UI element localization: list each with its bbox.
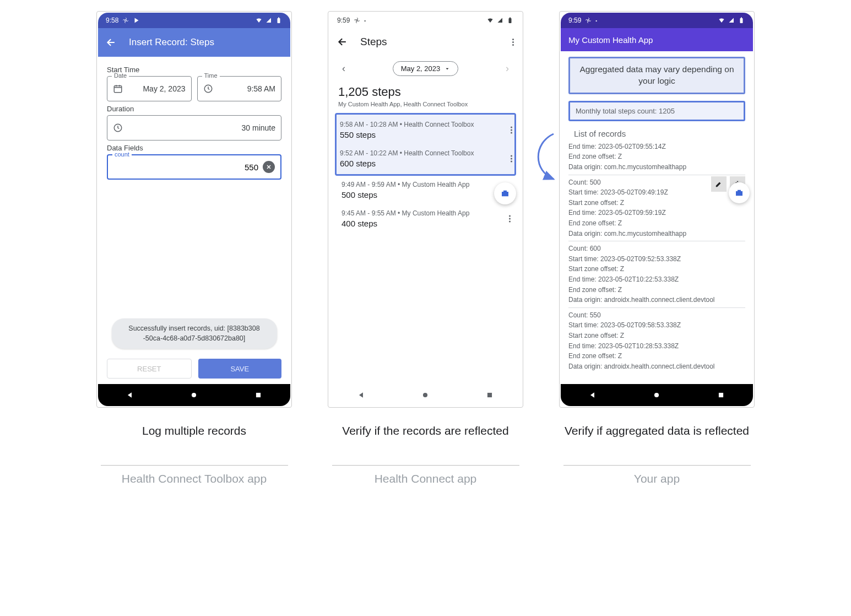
phone-health-connect: 9:59 • Steps ‹ [328, 11, 523, 408]
step-entry[interactable]: 9:49 AM - 9:59 AM • My Custom Health App… [338, 176, 513, 204]
svg-rect-15 [741, 18, 742, 19]
pinwheel-icon [584, 17, 592, 24]
date-field[interactable]: Date May 2, 2023 [107, 76, 192, 101]
date-picker-pill[interactable]: May 2, 2023 [393, 61, 459, 76]
appbar-title: My Custom Health App [568, 35, 653, 45]
nav-back-icon[interactable] [589, 391, 597, 399]
caption-bottom: Health Connect app [375, 471, 477, 487]
count-input[interactable] [113, 163, 258, 172]
nav-home-icon[interactable] [653, 391, 660, 399]
chevron-left-icon[interactable]: ‹ [338, 63, 349, 74]
save-button[interactable]: SAVE [198, 359, 282, 379]
dot-icon: • [364, 18, 366, 23]
time-value: 9:58 AM [213, 84, 276, 93]
step-entry-time: 9:45 AM - 9:55 AM • My Custom Health App [342, 209, 509, 217]
status-time: 9:58 [106, 17, 118, 24]
nav-recent-icon[interactable] [486, 391, 494, 399]
wifi-icon [255, 17, 263, 24]
nav-back-icon[interactable] [126, 391, 134, 399]
toast-message: Successfully insert records, uid: [8383b… [112, 318, 277, 349]
step-entry[interactable]: 9:58 AM - 10:28 AM • Health Connect Tool… [337, 116, 514, 144]
record-field: Data origin: androidx.health.connect.cli… [568, 361, 745, 372]
battery-icon [506, 17, 514, 24]
record-block: Count: 600Start time: 2023-05-02T09:52:5… [568, 241, 745, 305]
record-field: Count: 600 [568, 244, 745, 254]
svg-rect-10 [509, 18, 511, 19]
record-field: Data origin: androidx.health.connect.cli… [568, 295, 745, 305]
nav-home-icon[interactable] [190, 391, 198, 399]
record-field: Start zone offset: Z [568, 198, 745, 208]
edit-button[interactable] [711, 176, 727, 192]
back-arrow-icon[interactable] [106, 37, 117, 48]
signal-icon [265, 17, 273, 24]
record-field: Start time: 2023-05-02T09:58:53.338Z [568, 320, 745, 331]
record-field: Data origin: com.hc.mycustomhealthapp [568, 229, 745, 239]
time-field[interactable]: Time 9:58 AM [197, 76, 282, 101]
reset-button[interactable]: RESET [107, 359, 192, 379]
play-icon [133, 17, 140, 24]
wifi-icon [718, 17, 725, 24]
more-vert-icon[interactable] [509, 215, 511, 223]
svg-rect-9 [509, 18, 512, 23]
nav-home-icon[interactable] [421, 391, 429, 399]
record-field: End zone offset: Z [568, 351, 745, 361]
step-entry[interactable]: 9:52 AM - 10:22 AM • Health Connect Tool… [337, 144, 514, 173]
calendar-icon [113, 84, 123, 94]
svg-rect-14 [740, 18, 743, 23]
date-mini-label: Date [112, 72, 129, 79]
nav-recent-icon[interactable] [254, 391, 262, 399]
nav-recent-icon[interactable] [717, 391, 725, 399]
svg-rect-12 [487, 393, 492, 397]
dropdown-icon [445, 66, 450, 72]
more-vert-icon[interactable] [512, 39, 514, 46]
nav-back-icon[interactable] [357, 391, 365, 399]
battery-icon [275, 17, 283, 24]
count-field[interactable]: count [107, 154, 281, 180]
annotation-callout: Aggregated data may vary depending on yo… [568, 57, 745, 94]
svg-rect-17 [719, 393, 723, 397]
step-entry-time: 9:58 AM - 10:28 AM • Health Connect Tool… [340, 121, 511, 128]
app-bar: Insert Record: Steps [98, 28, 290, 57]
caption-divider [332, 465, 519, 466]
battery-icon [738, 17, 745, 24]
clock-icon [203, 84, 213, 94]
caption-top: Verify if aggregated data is reflected [565, 423, 749, 458]
count-mini-label: count [112, 151, 132, 158]
step-entry[interactable]: 9:45 AM - 9:55 AM • My Custom Health App… [338, 204, 513, 233]
signal-icon [496, 17, 504, 24]
signal-icon [728, 17, 735, 24]
more-vert-icon[interactable] [511, 155, 512, 163]
status-bar: 9:58 [98, 13, 290, 28]
system-nav-bar [329, 384, 522, 406]
caption-bottom: Your app [634, 471, 680, 487]
appbar-title: Steps [360, 36, 387, 48]
chevron-right-icon[interactable]: › [502, 63, 513, 74]
caption-top: Verify if the records are reflected [342, 423, 508, 458]
duration-field[interactable]: 30 minute [107, 115, 281, 141]
record-field: End time: 2023-05-02T10:28:53.338Z [568, 341, 745, 352]
record-field: End time: 2023-05-02T09:59:19Z [568, 208, 745, 218]
back-arrow-icon[interactable] [337, 36, 348, 47]
caption-bottom: Health Connect Toolbox app [122, 471, 267, 487]
record-block: Count: 550Start time: 2023-05-02T09:58:5… [568, 307, 745, 372]
toolbox-fab[interactable] [494, 182, 516, 204]
record-field: End zone offset: Z [568, 218, 745, 229]
start-time-label: Start Time [107, 66, 281, 74]
step-entry-value: 500 steps [342, 190, 509, 199]
duration-value: 30 minute [123, 123, 275, 132]
step-total: 1,205 steps [338, 85, 513, 99]
status-bar: 9:59 • [329, 13, 522, 28]
svg-rect-3 [114, 86, 122, 93]
appbar-title: Insert Record: Steps [129, 37, 214, 48]
pinwheel-icon [353, 17, 361, 24]
status-time: 9:59 [568, 17, 581, 24]
svg-point-16 [654, 393, 659, 397]
caption-top: Log multiple records [142, 423, 246, 458]
pinwheel-icon [122, 17, 129, 24]
caption-divider [101, 465, 288, 466]
toolbox-fab[interactable] [729, 182, 750, 203]
clear-icon[interactable] [263, 161, 275, 173]
status-bar: 9:59 • [561, 13, 753, 28]
step-sources: My Custom Health App, Health Connect Too… [338, 101, 513, 107]
more-vert-icon[interactable] [511, 127, 512, 134]
